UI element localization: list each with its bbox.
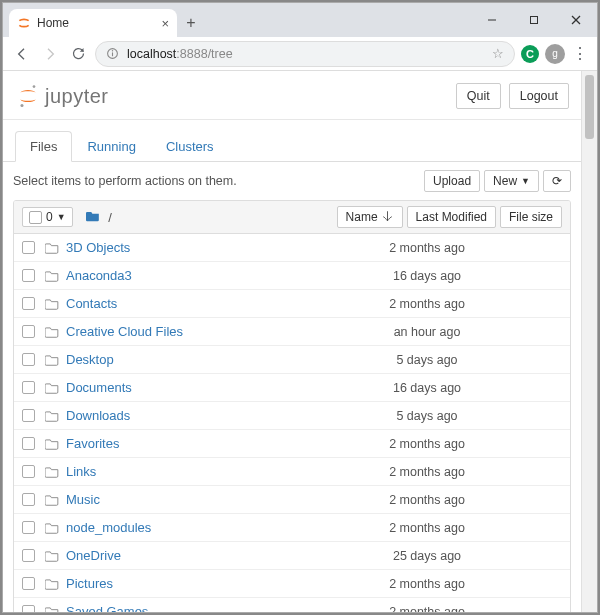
- row-checkbox[interactable]: [22, 605, 35, 612]
- svg-point-7: [33, 85, 36, 88]
- sort-modified-button[interactable]: Last Modified: [407, 206, 496, 228]
- file-row[interactable]: node_modules2 months ago: [14, 514, 570, 542]
- file-link[interactable]: node_modules: [66, 520, 151, 535]
- row-checkbox[interactable]: [22, 325, 35, 338]
- svg-point-8: [20, 104, 23, 107]
- file-row[interactable]: 3D Objects2 months ago: [14, 234, 570, 262]
- logout-button[interactable]: Logout: [509, 83, 569, 109]
- folder-icon: [45, 354, 59, 366]
- file-row[interactable]: Saved Games2 months ago: [14, 598, 570, 612]
- extension-badge[interactable]: C: [521, 45, 539, 63]
- tab-files[interactable]: Files: [15, 131, 72, 162]
- row-checkbox[interactable]: [22, 437, 35, 450]
- row-modified: 5 days ago: [357, 409, 497, 423]
- bookmark-star-icon[interactable]: ☆: [492, 46, 504, 61]
- row-checkbox[interactable]: [22, 577, 35, 590]
- file-row[interactable]: Links2 months ago: [14, 458, 570, 486]
- file-link[interactable]: 3D Objects: [66, 240, 130, 255]
- browser-tab[interactable]: Home ×: [9, 9, 177, 37]
- forward-button[interactable]: [39, 43, 61, 65]
- file-link[interactable]: OneDrive: [66, 548, 121, 563]
- file-row[interactable]: Contacts2 months ago: [14, 290, 570, 318]
- browser-menu-icon[interactable]: ⋮: [571, 44, 589, 63]
- row-modified: 2 months ago: [357, 297, 497, 311]
- file-row[interactable]: Anaconda316 days ago: [14, 262, 570, 290]
- file-link[interactable]: Links: [66, 464, 96, 479]
- refresh-button[interactable]: ⟳: [543, 170, 571, 192]
- svg-rect-1: [531, 17, 538, 24]
- row-checkbox[interactable]: [22, 465, 35, 478]
- row-modified: 16 days ago: [357, 381, 497, 395]
- tab-running[interactable]: Running: [72, 131, 150, 162]
- folder-icon: [45, 298, 59, 310]
- back-button[interactable]: [11, 43, 33, 65]
- new-button[interactable]: New▼: [484, 170, 539, 192]
- row-checkbox[interactable]: [22, 493, 35, 506]
- file-list-header: 0 ▼ / Name 🡣 Last Modified File size: [14, 201, 570, 234]
- folder-icon: [45, 242, 59, 254]
- file-link[interactable]: Anaconda3: [66, 268, 132, 283]
- folder-icon: [45, 494, 59, 506]
- select-all[interactable]: 0 ▼: [22, 207, 73, 227]
- scrollbar[interactable]: [581, 71, 597, 612]
- row-name: Links: [45, 464, 347, 479]
- file-link[interactable]: Pictures: [66, 576, 113, 591]
- scrollbar-thumb[interactable]: [585, 75, 594, 139]
- breadcrumb[interactable]: /: [81, 210, 112, 225]
- new-tab-button[interactable]: +: [177, 9, 205, 37]
- file-link[interactable]: Favorites: [66, 436, 119, 451]
- row-checkbox[interactable]: [22, 241, 35, 254]
- file-row[interactable]: Creative Cloud Filesan hour ago: [14, 318, 570, 346]
- tab-title: Home: [37, 16, 69, 30]
- folder-icon: [45, 410, 59, 422]
- tab-clusters[interactable]: Clusters: [151, 131, 229, 162]
- sort-name-button[interactable]: Name 🡣: [337, 206, 403, 228]
- file-row[interactable]: Downloads5 days ago: [14, 402, 570, 430]
- file-link[interactable]: Downloads: [66, 408, 130, 423]
- file-link[interactable]: Saved Games: [66, 604, 148, 612]
- file-row[interactable]: OneDrive25 days ago: [14, 542, 570, 570]
- caret-down-icon: ▼: [521, 176, 530, 186]
- reload-button[interactable]: [67, 43, 89, 65]
- close-window-button[interactable]: [555, 6, 597, 34]
- profile-avatar[interactable]: g: [545, 44, 565, 64]
- row-checkbox[interactable]: [22, 549, 35, 562]
- row-checkbox[interactable]: [22, 381, 35, 394]
- select-all-checkbox[interactable]: [29, 211, 42, 224]
- address-bar[interactable]: localhost:8888/tree ☆: [95, 41, 515, 67]
- file-row[interactable]: Documents16 days ago: [14, 374, 570, 402]
- file-link[interactable]: Music: [66, 492, 100, 507]
- svg-point-6: [112, 50, 113, 51]
- file-list: 0 ▼ / Name 🡣 Last Modified File size: [13, 200, 571, 612]
- page-content: jupyter Quit Logout Files Running Cluste…: [3, 71, 581, 612]
- jupyter-logo[interactable]: jupyter: [17, 84, 109, 108]
- row-checkbox[interactable]: [22, 409, 35, 422]
- upload-button[interactable]: Upload: [424, 170, 480, 192]
- row-checkbox[interactable]: [22, 521, 35, 534]
- row-modified: 5 days ago: [357, 353, 497, 367]
- quit-button[interactable]: Quit: [456, 83, 501, 109]
- file-row[interactable]: Music2 months ago: [14, 486, 570, 514]
- row-name: node_modules: [45, 520, 347, 535]
- file-link[interactable]: Contacts: [66, 296, 117, 311]
- row-checkbox[interactable]: [22, 297, 35, 310]
- row-checkbox[interactable]: [22, 353, 35, 366]
- file-row[interactable]: Favorites2 months ago: [14, 430, 570, 458]
- row-checkbox[interactable]: [22, 269, 35, 282]
- folder-icon: [45, 438, 59, 450]
- sort-size-button[interactable]: File size: [500, 206, 562, 228]
- row-name: Downloads: [45, 408, 347, 423]
- file-link[interactable]: Creative Cloud Files: [66, 324, 183, 339]
- file-link[interactable]: Desktop: [66, 352, 114, 367]
- file-row[interactable]: Pictures2 months ago: [14, 570, 570, 598]
- minimize-button[interactable]: [471, 6, 513, 34]
- close-tab-icon[interactable]: ×: [161, 16, 169, 31]
- file-row[interactable]: Desktop5 days ago: [14, 346, 570, 374]
- row-modified: 2 months ago: [357, 605, 497, 613]
- maximize-button[interactable]: [513, 6, 555, 34]
- file-link[interactable]: Documents: [66, 380, 132, 395]
- site-info-icon[interactable]: [106, 47, 119, 60]
- jupyter-favicon: [17, 16, 31, 30]
- arrow-down-icon: 🡣: [382, 210, 394, 224]
- row-modified: 2 months ago: [357, 521, 497, 535]
